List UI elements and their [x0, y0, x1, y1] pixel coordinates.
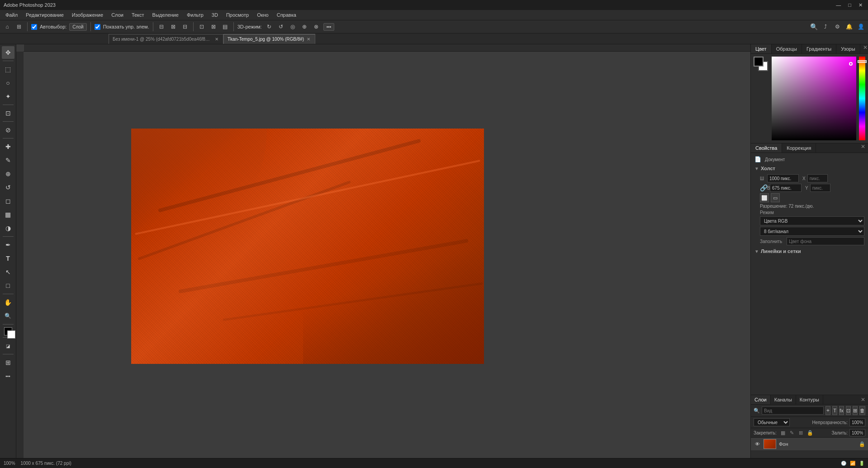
- tool-crop[interactable]: ⊡: [2, 107, 14, 119]
- tool-move[interactable]: ✥: [2, 46, 14, 59]
- lock-move-icon[interactable]: ✎: [788, 429, 796, 436]
- layers-mask-btn[interactable]: ⊡: [846, 406, 851, 415]
- canvas-portrait-btn[interactable]: ⬜: [760, 193, 769, 202]
- tab-tkan-close[interactable]: ✕: [306, 37, 311, 42]
- lock-pixels-icon[interactable]: ▦: [779, 429, 787, 436]
- layer-eye-bg[interactable]: 👁: [754, 440, 761, 448]
- x-input[interactable]: [807, 174, 828, 182]
- tab-swatches[interactable]: Образцы: [772, 44, 802, 53]
- tab-color[interactable]: Цвет: [751, 44, 772, 53]
- canvas-landscape-btn[interactable]: ▭: [771, 193, 780, 202]
- tool-zoom[interactable]: 🔍: [2, 310, 14, 322]
- properties-panel-close[interactable]: ✕: [858, 143, 868, 153]
- close-button[interactable]: ✕: [857, 2, 864, 8]
- menu-view[interactable]: Просмотр: [223, 11, 252, 19]
- guides-section-title[interactable]: ▼ Линейки и сетки: [754, 247, 864, 256]
- options-icon[interactable]: ⊞: [14, 22, 24, 31]
- search-icon[interactable]: 🔍: [809, 22, 818, 31]
- align-center-icon[interactable]: ⊠: [169, 22, 178, 31]
- foreground-color[interactable]: [4, 327, 12, 335]
- notification-icon[interactable]: 🔔: [844, 22, 854, 31]
- layers-text-btn[interactable]: T: [832, 406, 837, 415]
- link-icon[interactable]: 🔗: [760, 184, 765, 191]
- show-controls-checkbox[interactable]: [95, 24, 100, 30]
- zoom3d-icon[interactable]: ◎: [288, 22, 297, 31]
- tool-quick-mask[interactable]: ◪: [2, 339, 14, 352]
- tab-correction[interactable]: Коррекция: [782, 143, 816, 153]
- align-right-icon[interactable]: ⊟: [180, 22, 190, 31]
- tool-text[interactable]: T: [2, 252, 14, 265]
- color-mode-select[interactable]: Цвета RGB CMYK Оттенки серого: [760, 216, 864, 225]
- tool-healing[interactable]: ✚: [2, 140, 14, 153]
- layers-delete-btn[interactable]: 🗑: [859, 406, 865, 415]
- rotate-icon[interactable]: ↻: [265, 22, 274, 31]
- bit-depth-select[interactable]: 8 бит/канал 16 бит/канал 32 бит/канал: [760, 227, 864, 236]
- more-options-btn[interactable]: •••: [323, 23, 335, 31]
- tab-gradients[interactable]: Градиенты: [802, 44, 836, 53]
- autoselect-checkbox[interactable]: [31, 24, 37, 30]
- menu-filter[interactable]: Фильтр: [183, 11, 207, 19]
- tool-gradient[interactable]: ▦: [2, 208, 14, 221]
- settings-icon[interactable]: ⚙: [833, 22, 842, 31]
- layers-group-btn[interactable]: ⊞: [853, 406, 858, 415]
- width-input[interactable]: [767, 174, 799, 182]
- tool-history-brush[interactable]: ↺: [2, 181, 14, 194]
- user-icon[interactable]: 👤: [856, 22, 865, 31]
- tool-eyedropper[interactable]: ⊘: [2, 124, 14, 136]
- tool-marquee[interactable]: ⬚: [2, 63, 14, 76]
- menu-layers[interactable]: Слои: [108, 11, 127, 19]
- pan-icon[interactable]: ↺: [276, 22, 285, 31]
- layers-search-input[interactable]: [762, 406, 824, 415]
- opacity-input[interactable]: [849, 418, 865, 426]
- layers-new-btn[interactable]: +: [825, 406, 830, 415]
- tool-screen-mode[interactable]: ⊞: [2, 356, 14, 369]
- height-input[interactable]: [770, 184, 802, 192]
- tab-unnamed-close[interactable]: ✕: [214, 37, 219, 42]
- 3d-mesh-icon[interactable]: ⊗: [312, 22, 321, 31]
- distribute-icon[interactable]: ⊡: [197, 22, 206, 31]
- layer-button[interactable]: Слой: [69, 23, 86, 31]
- tab-properties[interactable]: Свойства: [751, 143, 782, 153]
- tab-patterns[interactable]: Узоры: [836, 44, 860, 53]
- tool-clone[interactable]: ⊕: [2, 167, 14, 180]
- tab-tkan[interactable]: Tkan-Tempo_5.jpg @ 100% (RGB/8#) ✕: [223, 34, 315, 44]
- distribute2-icon[interactable]: ⊠: [209, 22, 218, 31]
- tab-unnamed[interactable]: Без имени-1 @ 25% (d42afd0721b5d0ea46f84…: [109, 34, 223, 44]
- lock-all-icon[interactable]: 🔒: [806, 429, 814, 436]
- layers-fx-btn[interactable]: fx: [839, 406, 844, 415]
- menu-image[interactable]: Изображение: [68, 11, 107, 19]
- menu-window[interactable]: Окно: [253, 11, 272, 19]
- home-icon[interactable]: ⌂: [3, 22, 12, 31]
- tool-magic-wand[interactable]: ✦: [2, 90, 14, 103]
- fill-input[interactable]: [787, 237, 864, 245]
- color-hue-bar[interactable]: [859, 57, 865, 140]
- color-panel-close[interactable]: ✕: [860, 44, 868, 53]
- tool-shapes[interactable]: □: [2, 279, 14, 292]
- share-icon[interactable]: ⤴: [821, 22, 830, 31]
- menu-text[interactable]: Текст: [128, 11, 148, 19]
- tab-layers[interactable]: Слои: [751, 395, 771, 404]
- tab-paths[interactable]: Контуры: [796, 395, 823, 404]
- tool-hand[interactable]: ✋: [2, 296, 14, 309]
- distribute3-icon[interactable]: ▤: [221, 22, 230, 31]
- y-input[interactable]: [810, 184, 830, 192]
- align-left-icon[interactable]: ⊟: [157, 22, 166, 31]
- foreground-swatch[interactable]: [754, 57, 764, 67]
- layer-row-bg[interactable]: 👁 Фон 🔒: [751, 438, 868, 451]
- canvas-section-title[interactable]: ▼ Холст: [754, 164, 864, 173]
- menu-edit[interactable]: Редактирование: [22, 11, 67, 19]
- menu-file[interactable]: Файл: [2, 11, 21, 19]
- tool-pen[interactable]: ✒: [2, 239, 14, 251]
- lock-artboards-icon[interactable]: ⊞: [797, 429, 805, 436]
- menu-3d[interactable]: 3D: [208, 11, 222, 19]
- tab-channels[interactable]: Каналы: [771, 395, 796, 404]
- color-gradient-main[interactable]: [772, 57, 856, 140]
- tool-extras[interactable]: •••: [2, 370, 14, 382]
- blend-mode-select[interactable]: Обычные Умножение Осветление: [754, 418, 790, 426]
- 3d-camera-icon[interactable]: ⊕: [300, 22, 309, 31]
- layers-panel-close[interactable]: ✕: [858, 396, 868, 403]
- menu-help[interactable]: Справка: [273, 11, 300, 19]
- tool-eraser[interactable]: ◻: [2, 195, 14, 207]
- menu-select[interactable]: Выделение: [149, 11, 182, 19]
- minimize-button[interactable]: —: [834, 2, 843, 8]
